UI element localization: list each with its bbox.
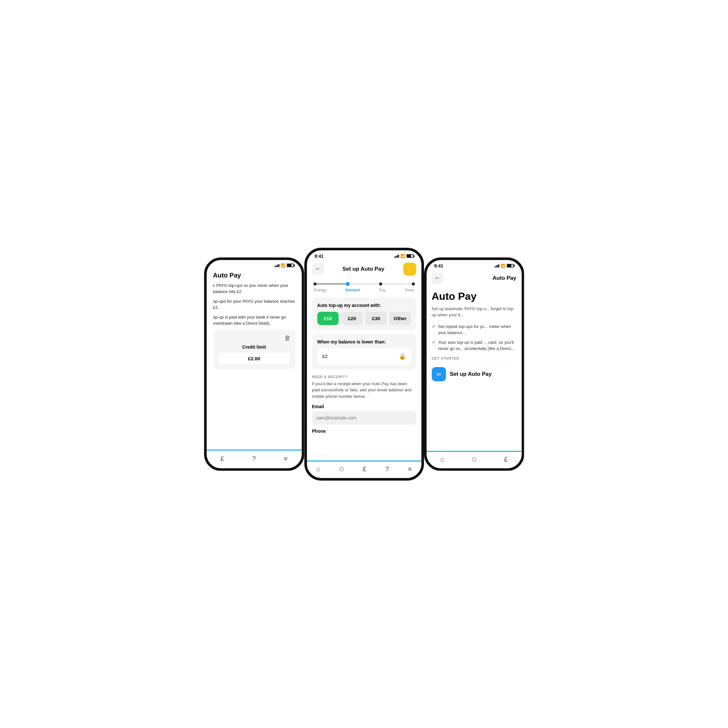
check-item-1: ✓ Set repeat top-ups for yo... meter whe…: [432, 323, 517, 336]
balance-card: When my balance is lower than: £2 🔒: [312, 334, 416, 370]
trash-icon[interactable]: 🗑: [284, 334, 291, 342]
nav-icon-help[interactable]: ?: [252, 455, 256, 462]
nav-pound-center[interactable]: £: [363, 465, 366, 473]
check-text-1: Set repeat top-ups for yo... meter when …: [438, 323, 517, 336]
step-label-energy: Energy: [314, 288, 326, 292]
progress-steps: Energy Amount Pay Done: [307, 279, 421, 298]
step-dot-energy: [314, 282, 317, 286]
right-body: Auto Pay Set up automatic PAYG top-u... …: [427, 287, 522, 451]
nav-icon-menu[interactable]: ≡: [284, 455, 288, 462]
right-page-title: Auto Pay: [492, 275, 517, 281]
wifi-icon-center: 📶: [401, 254, 405, 258]
nav-pound-right[interactable]: £: [504, 456, 508, 463]
step-label-done: Done: [405, 288, 414, 292]
step-dot-pay: [379, 282, 382, 286]
left-body-text-1: c PAYG top-ups so you never when your ba…: [213, 282, 295, 295]
center-phone: 9:41 📶 ← Set up Auto Pay: [304, 248, 424, 480]
status-time-right: 9:41: [434, 263, 444, 268]
credit-limit-value: £2.00: [218, 352, 291, 365]
step-label-amount: Amount: [346, 288, 360, 292]
nav-home-center[interactable]: ⌂: [316, 465, 320, 473]
wifi-icon: 📶: [281, 263, 286, 268]
center-page-title: Set up Auto Pay: [343, 266, 385, 272]
battery-icon: [287, 264, 294, 267]
amount-btn-30[interactable]: £30: [366, 312, 387, 325]
amount-btn-10[interactable]: £10: [317, 312, 339, 325]
step-line-2: [350, 284, 379, 284]
checkmark-icon-2: ✓: [432, 340, 436, 345]
left-body-text-2: op-ups for your PAYG your balance reache…: [213, 298, 295, 311]
email-label: Email: [312, 404, 416, 409]
step-line-3: [382, 284, 412, 284]
receipt-label: NEED A RECEIPT?: [312, 375, 416, 379]
center-bottom-nav: ⌂ ⬡ £ ? ≡: [307, 460, 421, 478]
setup-btn-icon: ∞: [432, 367, 446, 381]
step-label-pay: Pay: [379, 288, 386, 292]
step-dot-done: [412, 282, 415, 286]
check-item-2: ✓ Your auto top-up is paid ... card, so …: [432, 339, 517, 352]
nav-network-right[interactable]: ⬡: [472, 456, 476, 462]
left-bottom-nav: £ ? ≡: [206, 450, 302, 468]
right-bottom-nav: ⌂ ⬡ £: [427, 451, 522, 468]
lock-icon: 🔒: [399, 353, 406, 360]
amount-btn-other[interactable]: Other: [389, 312, 411, 325]
amount-btn-20[interactable]: £20: [341, 312, 363, 325]
nav-network-center[interactable]: ⬡: [339, 466, 344, 472]
lightning-button[interactable]: ⚡: [403, 263, 416, 275]
credit-limit-label: Credit limit: [242, 344, 266, 350]
balance-card-title: When my balance is lower than:: [317, 339, 411, 344]
get-started-label: GET STARTED: [432, 356, 517, 360]
status-bar-right: 9:41 📶: [427, 260, 522, 270]
credit-limit-box: 🗑 Credit limit £2.00: [213, 330, 295, 369]
infinity-icon: ∞: [436, 370, 441, 378]
back-button-right[interactable]: ←: [432, 272, 444, 284]
right-phone: 9:41 📶 ← Auto Pay: [424, 257, 524, 471]
nav-menu-center[interactable]: ≡: [408, 465, 412, 473]
left-phone: 📶 Auto Pay c PAYG top-ups so you never w…: [204, 257, 304, 471]
amount-card-title: Auto top-up my account with:: [317, 303, 411, 308]
status-time-center: 9:41: [315, 254, 324, 259]
step-line-1: [317, 284, 346, 284]
lightning-icon: ⚡: [405, 265, 414, 273]
status-bar-left: 📶: [206, 260, 302, 269]
amount-options: £10 £20 £30 Other: [317, 312, 411, 325]
right-header: ← Auto Pay: [427, 270, 522, 287]
checkmark-icon-1: ✓: [432, 324, 436, 329]
left-page-title: Auto Pay: [206, 269, 302, 282]
phone-label: Phone: [312, 428, 416, 434]
auto-pay-heading: Auto Pay: [432, 291, 517, 302]
email-input[interactable]: [312, 411, 416, 425]
nav-icon-pound[interactable]: £: [220, 455, 224, 462]
check-text-2: Your auto top-up is paid ... card, so yo…: [438, 339, 517, 352]
step-dot-amount: [346, 282, 350, 286]
receipt-section: NEED A RECEIPT? If you'd like a receipt …: [307, 373, 421, 437]
balance-value: £2: [323, 353, 328, 359]
auto-pay-desc: Set up automatic PAYG top-u... forget to…: [432, 306, 517, 318]
balance-row: £2 🔒: [317, 348, 411, 364]
battery-icon-right: [507, 264, 514, 268]
amount-card: Auto top-up my account with: £10 £20 £30…: [312, 298, 416, 330]
nav-home-right[interactable]: ⌂: [440, 456, 444, 463]
divider: [432, 363, 517, 363]
battery-icon-center: [407, 254, 414, 258]
status-bar-center: 9:41 📶: [307, 250, 421, 260]
setup-auto-pay-button[interactable]: ∞ Set up Auto Pay: [432, 367, 517, 381]
setup-btn-label: Set up Auto Pay: [450, 371, 492, 378]
back-button[interactable]: ←: [312, 263, 324, 275]
center-header: ← Set up Auto Pay ⚡: [307, 260, 421, 279]
left-body-text-3: op-up is paid with your bank ll never go…: [213, 314, 295, 327]
receipt-desc: If you'd like a receipt when your Auto P…: [312, 381, 416, 400]
nav-help-center[interactable]: ?: [385, 465, 389, 473]
wifi-icon-right: 📶: [501, 264, 505, 268]
